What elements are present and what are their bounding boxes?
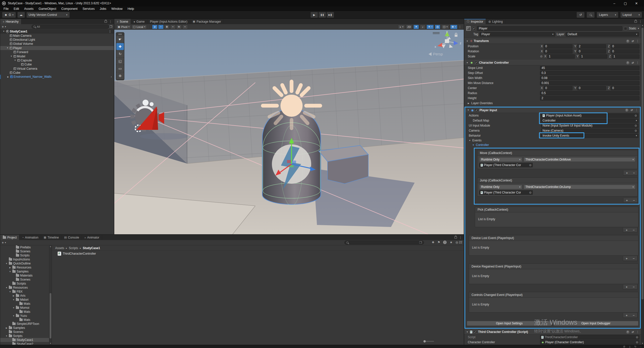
expander-icon[interactable]: ▶ [7, 76, 10, 78]
scale-tool-button[interactable]: ◱ [116, 58, 124, 65]
close-button[interactable]: ✕ [631, 2, 642, 5]
lock-icon[interactable] [634, 21, 637, 23]
folder-scripts-2[interactable]: Scripts [0, 282, 52, 286]
help-icon[interactable]: ? [626, 61, 629, 64]
help-icon[interactable]: ? [625, 108, 628, 112]
tab-animation[interactable]: ◔Animation [19, 235, 41, 240]
min-move-distance-field[interactable]: 0.001 [540, 81, 639, 85]
local-toggle[interactable]: ▢Local▾ [131, 25, 147, 29]
perspective-label[interactable]: Persp [433, 52, 443, 56]
tab-timeline[interactable]: ▦Timeline [41, 235, 61, 240]
hierarchy-search-input[interactable] [37, 25, 107, 28]
folder-studycase2[interactable]: StudyCase2 [0, 342, 52, 345]
presets-icon[interactable]: ⇄ [632, 61, 634, 64]
2d-toggle[interactable]: 2D [406, 25, 412, 29]
more-icon[interactable]: ⋮ [109, 30, 114, 33]
add-event-button[interactable]: + [626, 314, 628, 317]
object-picker-icon[interactable]: ⊙ [635, 124, 637, 127]
ui-module-object-field[interactable]: None (Input System UI Input Module)⊙ [541, 124, 638, 128]
folder-momoi[interactable]: ▼Momoi [0, 306, 52, 310]
hierarchy-item-environment-narrow-walls[interactable]: ▶Environment_Narrow_Walls› [0, 75, 114, 79]
gameobject-icon[interactable] [466, 26, 471, 31]
gizmo-cube[interactable] [445, 39, 449, 43]
slider-knob[interactable] [423, 340, 426, 342]
menu-assets[interactable]: Assets [22, 7, 36, 11]
remove-event-button[interactable]: − [633, 257, 635, 260]
rotate-tool-button[interactable]: ↻ [116, 50, 124, 57]
radius-field[interactable]: 0.5 [540, 91, 639, 95]
rotation-y-field[interactable]: 0 [577, 49, 606, 54]
hierarchy-item-player[interactable]: ▼Player [0, 46, 114, 50]
third-character-controller-header[interactable]: ▼ ✓ Third Character Controller (Script) … [464, 329, 641, 335]
effects-toggle[interactable]: ✳▾ [426, 25, 434, 29]
behavior-dropdown[interactable]: Invoke Unity Events▾ [541, 134, 638, 138]
add-event-button[interactable]: + [626, 171, 628, 175]
slope-limit-field[interactable]: 45 [540, 66, 639, 70]
create-button[interactable]: + [2, 241, 4, 245]
character-controller-header[interactable]: ▼ ☻ ✓ Character Controller ?⇄⋮ [464, 60, 641, 65]
transform-header[interactable]: ▼ ✛ Transform ?⇄⋮ [464, 38, 641, 44]
progress-icon[interactable]: ◌ [640, 345, 641, 348]
object-picker-icon[interactable]: ⊙ [635, 129, 637, 132]
move-handler-dropdown[interactable]: ThirdCharacterController.OnMove▾ [524, 157, 635, 162]
foldout-icon[interactable]: ▼ [466, 62, 469, 64]
search-by-type-icon[interactable]: ❖ [432, 241, 435, 244]
folder-prefabs[interactable]: Prefabs [0, 245, 52, 249]
project-search[interactable]: ❐ [344, 241, 424, 245]
pivot-toggle[interactable]: ◉Pivot▾ [116, 25, 131, 29]
folder-quickoutline[interactable]: ▼QuickOutline [0, 261, 52, 265]
add-event-button[interactable]: + [626, 285, 628, 289]
notifications-muted-icon[interactable]: ⊘ [623, 345, 625, 348]
character-controller-object-field[interactable]: ☻Player (Character Controller)⊙ [540, 340, 639, 344]
default-map-dropdown[interactable]: Controller▾ [541, 119, 638, 123]
menu-services[interactable]: Services [80, 7, 97, 11]
tab-package-manager[interactable]: ▣Package Manager [190, 19, 224, 24]
global-search-button[interactable] [587, 12, 595, 18]
expander-icon[interactable]: ▼ [14, 59, 17, 61]
folder-mats-1[interactable]: Mats [0, 302, 52, 306]
expander-icon[interactable]: ▼ [2, 30, 5, 32]
tree-scrollbar[interactable]: ▼ ▼ [49, 245, 52, 345]
more-icon[interactable]: ⋮ [636, 330, 639, 334]
tab-inspector[interactable]: ⓘInspector [464, 19, 486, 24]
move-mode-dropdown[interactable]: Runtime Only▾ [479, 157, 522, 162]
tab-scene[interactable]: #Scene [114, 19, 131, 24]
remove-event-button[interactable]: − [633, 228, 635, 232]
snap-dropdown[interactable]: ▾ [170, 25, 176, 29]
object-picker-icon[interactable]: ⊙ [636, 336, 638, 339]
open-input-settings-button[interactable]: Open Input Settings [467, 321, 552, 326]
chevron-down-icon[interactable]: ▾ [5, 241, 6, 244]
folder-yuzu[interactable]: ▼Yuzu [0, 314, 52, 318]
skin-width-field[interactable]: 0.08 [540, 76, 639, 80]
scene-viewport[interactable]: y x z Persp ☛ ✚ ↻ ◱ ▭ ⊕ [114, 30, 464, 234]
folder-samples-root[interactable]: ▶Samples [0, 326, 52, 330]
camera-settings-button[interactable]: ◫▾ [441, 25, 449, 29]
hierarchy-item-cube[interactable]: Cube [0, 71, 114, 75]
position-z-field[interactable]: 0 [611, 44, 639, 49]
remove-event-button[interactable]: − [633, 314, 635, 317]
folder-scenes[interactable]: Scenes [0, 249, 52, 253]
folder-aris[interactable]: ▶Aris [0, 294, 52, 298]
scene-audio-toggle[interactable]: ♪ [420, 25, 425, 29]
hierarchy-item-cube-child[interactable]: Cube [0, 62, 114, 66]
tab-game[interactable]: ●Game [131, 19, 147, 24]
scale-x-field[interactable]: 1 [547, 54, 575, 59]
move-snap-dropdown[interactable]: ▾ [182, 25, 188, 29]
rotation-x-field[interactable]: 0 [544, 49, 573, 54]
minimize-button[interactable]: – [609, 2, 620, 5]
download-icon[interactable]: ⇣ [629, 345, 631, 348]
hierarchy-item-main-camera[interactable]: Main Camera [0, 33, 114, 37]
icon-size-slider[interactable] [424, 341, 434, 342]
presets-icon[interactable]: ⇄ [631, 108, 633, 112]
breadcrumb-assets[interactable]: Assets [55, 246, 64, 250]
jump-mode-dropdown[interactable]: Runtime Only▾ [479, 185, 522, 189]
step-offset-field[interactable]: 0.3 [540, 71, 639, 75]
grid-snapping-toggle[interactable]: # [152, 25, 158, 29]
expander-icon[interactable]: ▼ [10, 55, 13, 57]
search-in-icon[interactable]: ❐ [419, 241, 422, 244]
scrollbar-thumb[interactable] [50, 293, 51, 338]
hierarchy-item-forward[interactable]: Forward [0, 50, 114, 54]
menu-gameobject[interactable]: GameObject [36, 7, 59, 11]
more-icon[interactable]: ⋮ [459, 236, 462, 239]
project-search-input[interactable] [350, 241, 418, 244]
